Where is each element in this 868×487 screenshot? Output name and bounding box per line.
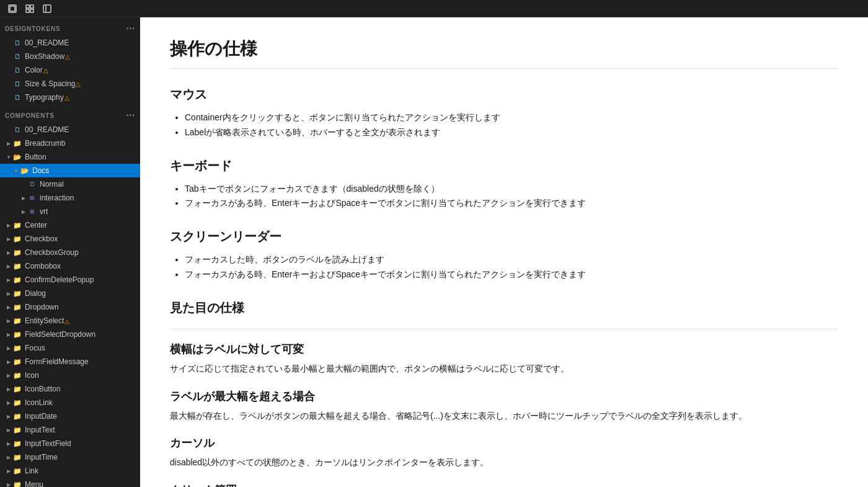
sidebar-item-inputtext[interactable]: ▶ 📁 InputText xyxy=(0,423,140,437)
sidebar-item-iconbutton[interactable]: ▶ 📁 IconButton xyxy=(0,382,140,396)
sidebar-item-menu-label: Menu xyxy=(25,480,43,487)
section-designtokens-toggle[interactable]: ⋯ xyxy=(126,24,135,34)
folder-icon-dialog: 📁 xyxy=(12,288,22,298)
subsection-width-text: サイズに応じて指定されている最小幅と最大幅の範囲内で、ボタンの横幅はラベルに応じ… xyxy=(170,362,838,377)
sidebar-item-button-docs-interaction[interactable]: ▶ ⊞ interaction xyxy=(0,191,140,205)
folder-icon-menu: 📁 xyxy=(12,480,22,487)
sidebar-item-icon-label: Icon xyxy=(25,371,39,380)
sidebar-item-dt-boxshadow[interactable]: 🗋 BoxShadow△ xyxy=(0,50,140,63)
folder-icon-iconlink: 📁 xyxy=(12,398,22,408)
sidebar-item-dt-color[interactable]: 🗋 Color△ xyxy=(0,63,140,77)
folder-icon-fieldselectdropdown: 📁 xyxy=(12,329,22,339)
folder-icon-dropdown: 📁 xyxy=(12,302,22,312)
section-components: COMPONENTS ⋯ xyxy=(0,104,140,123)
sidebar-item-dt-typography-label: Typography△ xyxy=(25,93,69,102)
sidebar-item-confirmdeletepopup[interactable]: ▶ 📁 ConfirmDeletePopup xyxy=(0,273,140,287)
sidebar-item-button[interactable]: ▼ 📂 Button xyxy=(0,150,140,164)
folder-icon-link: 📁 xyxy=(12,466,22,476)
sidebar-item-focus[interactable]: ▶ 📁 Focus xyxy=(0,341,140,355)
folder-icon-inputtext: 📁 xyxy=(12,425,22,435)
folder-icon-formfieldmessage: 📁 xyxy=(12,357,22,367)
subsection-cursor-text: disabled以外のすべての状態のとき、カーソルはリンクポインターを表示します… xyxy=(170,455,838,470)
file-icon-dt-size: 🗋 xyxy=(12,79,22,89)
sidebar-item-dt-readme[interactable]: 🗋 00_README xyxy=(0,36,140,50)
sidebar-item-iconlink[interactable]: ▶ 📁 IconLink xyxy=(0,396,140,409)
sidebar-item-checkboxgroup[interactable]: ▶ 📁 CheckboxGroup xyxy=(0,246,140,259)
sidebar-item-inputtextfield[interactable]: ▶ 📁 InputTextField xyxy=(0,437,140,450)
section-components-label: COMPONENTS xyxy=(5,112,55,119)
delta-boxshadow: △ xyxy=(65,53,70,60)
sidebar-item-formfieldmessage-label: FormFieldMessage xyxy=(25,357,89,366)
expand-confirmdeletepopup: ▶ xyxy=(5,277,12,283)
folder-icon-combobox: 📁 xyxy=(12,261,22,271)
component-icon-vrt: ⊞ xyxy=(27,207,37,217)
sidebar-item-center[interactable]: ▶ 📁 Center xyxy=(0,218,140,232)
folder-icon-inputtime: 📁 xyxy=(12,452,22,462)
expand-iconbutton: ▶ xyxy=(5,386,12,392)
canvas-icon[interactable] xyxy=(5,1,20,16)
sidebar-item-dt-size[interactable]: 🗋 Size & Spacing△ xyxy=(0,77,140,91)
sidebar-item-formfieldmessage[interactable]: ▶ 📁 FormFieldMessage xyxy=(0,355,140,369)
delta-entityselect: △ xyxy=(64,318,69,324)
svg-rect-4 xyxy=(26,9,29,12)
folder-icon-checkbox: 📁 xyxy=(12,234,22,244)
sidebar-item-dialog-label: Dialog xyxy=(25,289,46,298)
section-designtokens-label: DESIGNTOKENS xyxy=(5,25,60,32)
list-item: Tabキーでボタンにフォーカスできます（disabledの状態を除く） xyxy=(185,182,838,197)
sidebar-item-c-readme[interactable]: 🗋 00_README xyxy=(0,123,140,136)
main-layout: DESIGNTOKENS ⋯ 🗋 00_README 🗋 BoxShadow△ … xyxy=(0,17,868,487)
subsection-cursor-heading: カーソル xyxy=(170,436,838,450)
sidebar-item-iconbutton-label: IconButton xyxy=(25,385,60,393)
sidebar-item-combobox[interactable]: ▶ 📁 Combobox xyxy=(0,259,140,273)
sidebar-item-dropdown[interactable]: ▶ 📁 Dropdown xyxy=(0,300,140,314)
expand-fieldselectdropdown: ▶ xyxy=(5,332,12,337)
delta-color: △ xyxy=(43,67,48,74)
sidebar-item-interaction-label: interaction xyxy=(40,194,74,202)
folder-icon-focus: 📁 xyxy=(12,343,22,353)
delta-size: △ xyxy=(76,81,81,87)
folder-icon-button-docs: 📂 xyxy=(20,166,30,176)
sidebar-item-inputtime[interactable]: ▶ 📁 InputTime xyxy=(0,450,140,464)
sidebar-item-inputdate-label: InputDate xyxy=(25,412,57,421)
sidebar-item-button-docs[interactable]: ▼ 📂 Docs xyxy=(0,164,140,177)
expand-checkbox: ▶ xyxy=(5,236,12,242)
sidebar-item-fieldselectdropdown-label: FieldSelectDropdown xyxy=(25,330,95,339)
sidebar-item-inputtime-label: InputTime xyxy=(25,453,58,462)
sidebar-item-inputtextfield-label: InputTextField xyxy=(25,439,71,448)
sidebar-item-fieldselectdropdown[interactable]: ▶ 📁 FieldSelectDropdown xyxy=(0,328,140,341)
sidebar-item-checkbox-label: Checkbox xyxy=(25,235,58,243)
sidebar-item-button-docs-vrt[interactable]: ▶ ⊞ vrt xyxy=(0,205,140,218)
sidebar-item-dialog[interactable]: ▶ 📁 Dialog xyxy=(0,287,140,300)
sidebar-item-inputdate[interactable]: ▶ 📁 InputDate xyxy=(0,409,140,423)
sidebar-item-menu[interactable]: ▶ 📁 Menu xyxy=(0,478,140,487)
svg-rect-6 xyxy=(43,5,51,12)
list-item: フォーカスした時、ボタンのラベルを読み上げます xyxy=(185,252,838,267)
file-icon-dt-boxshadow: 🗋 xyxy=(12,51,22,61)
story-icon-normal: 🗋 xyxy=(27,179,37,189)
panel-icon[interactable] xyxy=(40,1,55,16)
sidebar-item-button-docs-normal[interactable]: 🗋 Normal xyxy=(0,177,140,191)
page-title: 操作の仕様 xyxy=(170,37,838,69)
sidebar-item-icon[interactable]: ▶ 📁 Icon xyxy=(0,369,140,382)
expand-focus: ▶ xyxy=(5,346,12,351)
sidebar-item-checkbox[interactable]: ▶ 📁 Checkbox xyxy=(0,232,140,246)
folder-icon-breadcrumb: 📁 xyxy=(12,138,22,148)
svg-rect-3 xyxy=(30,5,33,8)
grid-icon[interactable] xyxy=(22,1,37,16)
sidebar-item-iconlink-label: IconLink xyxy=(25,398,53,407)
section-components-toggle[interactable]: ⋯ xyxy=(126,110,135,120)
delta-typography: △ xyxy=(64,94,69,101)
content-area: 操作の仕様 マウス Container内をクリックすると、ボタンに割り当てられた… xyxy=(140,17,868,487)
sidebar-item-dt-size-label: Size & Spacing△ xyxy=(25,79,81,88)
expand-checkboxgroup: ▶ xyxy=(5,250,12,256)
sidebar-item-entityselect[interactable]: ▶ 📁 EntitySelect△ xyxy=(0,314,140,328)
sidebar-item-checkboxgroup-label: CheckboxGroup xyxy=(25,248,79,257)
sidebar-item-dt-typography[interactable]: 🗋 Typography△ xyxy=(0,91,140,104)
subsection-overflow-text: 最大幅が存在し、ラベルがボタンの最大幅を超える場合、省略記号(...)を文末に表… xyxy=(170,409,838,424)
sidebar-item-button-label: Button xyxy=(25,153,46,161)
sidebar-item-link[interactable]: ▶ 📁 Link xyxy=(0,464,140,478)
sidebar-item-breadcrumb[interactable]: ▶ 📁 Breadcrumb xyxy=(0,136,140,150)
sidebar-item-link-label: Link xyxy=(25,467,38,475)
sidebar-item-focus-label: Focus xyxy=(25,344,45,352)
subsection-clickarea-heading: クリック範囲 xyxy=(170,483,838,487)
